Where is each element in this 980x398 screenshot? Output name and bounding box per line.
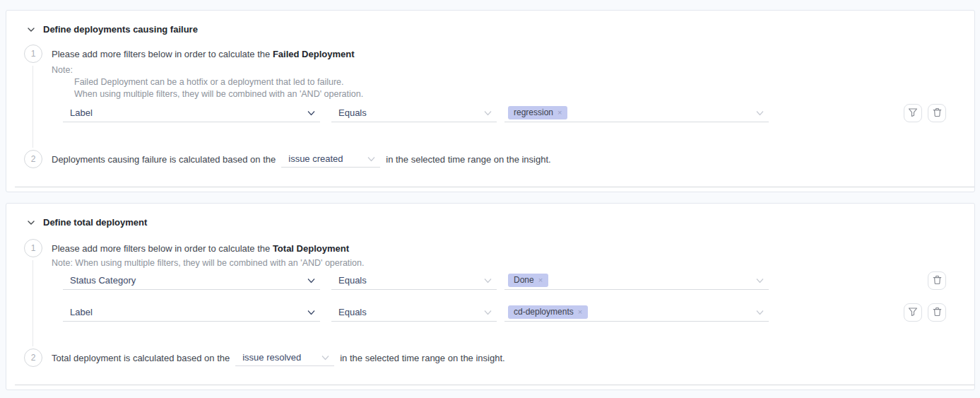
step-instruction: Please add more filters below in order t…	[52, 243, 349, 254]
tag-remove-icon[interactable]: ×	[557, 108, 562, 117]
delete-filter-button[interactable]	[928, 104, 946, 122]
tag-remove-icon[interactable]: ×	[578, 308, 582, 317]
step-2-text: Total deployment is calculated based on …	[52, 349, 505, 366]
value-tag: Done ×	[508, 274, 548, 287]
event-type-value: issue resolved	[242, 352, 301, 363]
trash-icon	[933, 307, 942, 319]
value-tag-label: Done	[514, 276, 534, 285]
filter-field-select[interactable]: Label	[63, 104, 320, 122]
filter-value-select[interactable]: cd-deployments ×	[504, 303, 769, 322]
calc-text-after: in the selected time range on the insigh…	[340, 353, 504, 363]
filter-value-select[interactable]: regression ×	[504, 104, 769, 122]
calc-text-before: Deployments causing failure is calculate…	[52, 154, 276, 165]
event-type-select[interactable]: issue resolved	[235, 349, 334, 366]
metric-name: Failed Deployment	[273, 49, 355, 59]
value-tag: regression ×	[508, 106, 567, 119]
event-type-value: issue created	[288, 153, 343, 164]
step-instruction-text: Please add more filters below in order t…	[52, 243, 273, 254]
chevron-down-icon	[307, 110, 315, 115]
note-line: Note: When using multiple filters, they …	[52, 258, 364, 269]
trash-icon	[933, 275, 942, 287]
chevron-down-icon	[307, 310, 315, 315]
filter-value-select[interactable]: Done ×	[504, 271, 769, 290]
note-line: Failed Deployment can be a hotfix or a d…	[74, 77, 343, 88]
funnel-icon	[908, 307, 918, 319]
chevron-down-icon	[484, 278, 492, 283]
filter-options-button[interactable]	[904, 104, 922, 122]
section-header: Define deployments causing failure	[28, 24, 198, 35]
filter-operator-value: Equals	[338, 107, 367, 118]
chevron-down-icon	[367, 156, 375, 161]
tag-remove-icon[interactable]: ×	[538, 276, 543, 285]
value-tag-label: regression	[514, 108, 553, 117]
filter-operator-select[interactable]: Equals	[331, 104, 497, 122]
chevron-down-icon[interactable]	[28, 28, 35, 32]
filter-operator-select[interactable]: Equals	[331, 271, 497, 290]
step-instruction-text: Please add more filters below in order t…	[52, 49, 273, 59]
value-tag: cd-deployments ×	[508, 305, 588, 319]
delete-filter-button[interactable]	[928, 271, 946, 290]
chevron-down-icon	[321, 355, 329, 360]
section-header: Define total deployment	[28, 217, 147, 228]
filter-operator-value: Equals	[338, 275, 367, 286]
step-2-row: 2 Total deployment is calculated based o…	[24, 349, 505, 367]
filter-field-value: Label	[70, 307, 93, 317]
filter-field-select[interactable]: Status Category	[63, 271, 320, 290]
chevron-down-icon[interactable]	[28, 221, 35, 225]
chevron-down-icon	[756, 278, 764, 283]
filter-row: Status Category Equals Done ×	[63, 271, 946, 290]
filter-field-value: Status Category	[70, 275, 136, 286]
metric-name: Total Deployment	[273, 243, 349, 254]
step-connector-line	[33, 66, 33, 148]
filter-operator-select[interactable]: Equals	[331, 303, 497, 322]
delete-filter-button[interactable]	[928, 303, 946, 322]
value-tag-label: cd-deployments	[514, 308, 574, 317]
note-line: When using multiple filters, they will b…	[74, 89, 363, 100]
step-number-badge: 1	[24, 45, 42, 63]
step-number-badge: 2	[24, 349, 42, 367]
event-type-select[interactable]: issue created	[281, 151, 380, 168]
section-title: Define deployments causing failure	[43, 24, 198, 35]
chevron-down-icon	[484, 310, 492, 315]
step-2-text: Deployments causing failure is calculate…	[52, 151, 551, 168]
note-label: Note:	[52, 65, 73, 76]
filter-field-value: Label	[70, 107, 93, 118]
trash-icon	[933, 107, 942, 119]
filter-row: Label Equals regression ×	[63, 104, 946, 122]
step-instruction: Please add more filters below in order t…	[52, 49, 354, 59]
filter-row-actions	[904, 303, 946, 322]
chevron-down-icon	[756, 310, 764, 315]
filter-options-button[interactable]	[904, 303, 922, 322]
card-footer-divider	[15, 385, 974, 385]
filter-row: Label Equals cd-deployments ×	[63, 303, 946, 322]
calc-text-after: in the selected time range on the insigh…	[386, 154, 550, 165]
section-title: Define total deployment	[43, 217, 147, 228]
panel-define-deployments-causing-failure: Define deployments causing failure 1 Ple…	[6, 10, 975, 192]
filter-row-actions	[928, 271, 946, 290]
step-number-badge: 2	[24, 150, 42, 168]
chevron-down-icon	[307, 278, 315, 283]
panel-define-total-deployment: Define total deployment 1 Please add mor…	[6, 203, 975, 390]
step-2-row: 2 Deployments causing failure is calcula…	[24, 150, 551, 168]
step-number-badge: 1	[24, 239, 42, 257]
step-connector-line	[33, 260, 33, 346]
filter-field-select[interactable]: Label	[63, 303, 320, 322]
filter-row-actions	[904, 104, 946, 122]
card-footer-divider	[15, 187, 974, 187]
chevron-down-icon	[756, 110, 764, 115]
funnel-icon	[908, 107, 918, 119]
filter-operator-value: Equals	[338, 307, 367, 317]
calc-text-before: Total deployment is calculated based on …	[52, 353, 230, 363]
chevron-down-icon	[484, 110, 492, 115]
